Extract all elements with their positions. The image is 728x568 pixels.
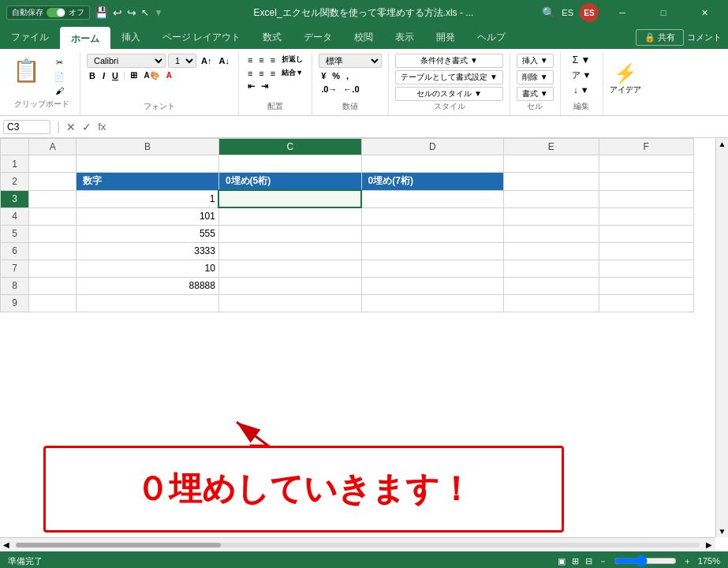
cell-b1[interactable] (77, 155, 219, 173)
autosave-badge[interactable]: 自動保存 オフ (6, 6, 90, 20)
cell-style-button[interactable]: セルのスタイル ▼ (395, 87, 503, 101)
cell-d3[interactable] (361, 190, 504, 207)
cell-b9[interactable] (77, 294, 219, 312)
scroll-left-button[interactable]: ◀ (0, 540, 13, 549)
cell-d6[interactable] (361, 242, 504, 260)
cell-a2[interactable] (29, 173, 77, 191)
cursor-icon[interactable]: ↖ (141, 7, 149, 18)
font-size-select[interactable]: 11 (168, 54, 196, 68)
align-bottom-left[interactable]: ≡ (245, 67, 255, 79)
indent-increase[interactable]: ⇥ (259, 80, 271, 92)
row-header-9[interactable]: 9 (1, 294, 29, 312)
cell-f8[interactable] (599, 277, 693, 294)
search-icon[interactable]: 🔍 (542, 6, 555, 19)
cell-b3[interactable]: 1 (77, 190, 219, 207)
copy-button[interactable]: 📄 (45, 70, 73, 84)
cell-e3[interactable] (504, 190, 599, 207)
horizontal-scrollbar[interactable]: ◀ ▶ (0, 537, 715, 551)
cell-d7[interactable] (361, 260, 504, 277)
row-header-1[interactable]: 1 (1, 155, 29, 173)
row-header-3[interactable]: 3 (1, 190, 29, 207)
user-avatar[interactable]: ES (580, 3, 599, 22)
indent-decrease[interactable]: ⇤ (245, 80, 257, 92)
tab-formulas[interactable]: 数式 (252, 25, 293, 49)
cell-e7[interactable] (504, 260, 599, 277)
decimal-add[interactable]: .0→ (319, 84, 339, 95)
cell-e9[interactable] (504, 294, 599, 312)
row-header-4[interactable]: 4 (1, 207, 29, 225)
cell-c6[interactable] (218, 242, 361, 260)
underline-button[interactable]: U (110, 70, 121, 81)
tab-page-layout[interactable]: ページ レイアウト (151, 25, 252, 49)
formula-input[interactable] (114, 121, 725, 133)
font-name-select[interactable]: Calibri (87, 54, 166, 68)
cell-f4[interactable] (599, 207, 693, 225)
share-button[interactable]: 🔒 共有 (636, 29, 684, 46)
wrap-text-button[interactable]: 折返し (279, 54, 305, 65)
paste-button[interactable]: 📋 (9, 56, 43, 85)
cell-b8[interactable]: 88888 (77, 277, 219, 294)
zoom-slider[interactable] (614, 555, 677, 567)
font-color-button[interactable]: A (164, 70, 174, 80)
cell-f1[interactable] (599, 155, 693, 173)
row-header-2[interactable]: 2 (1, 173, 29, 191)
cell-a8[interactable] (29, 277, 77, 294)
col-header-e[interactable]: E (504, 139, 599, 155)
table-format-button[interactable]: テーブルとして書式設定 ▼ (395, 70, 503, 84)
cell-c8[interactable] (218, 277, 361, 294)
cell-c1[interactable] (218, 155, 361, 173)
cell-c9[interactable] (218, 294, 361, 312)
insert-button[interactable]: 挿入 ▼ (517, 54, 554, 68)
decrease-font-button[interactable]: A↓ (216, 55, 231, 66)
number-format-select[interactable]: 標準 (319, 54, 382, 68)
cell-f5[interactable] (599, 225, 693, 242)
sum-button[interactable]: Σ ▼ (567, 54, 596, 66)
delete-button[interactable]: 削除 ▼ (517, 70, 554, 84)
zoom-level[interactable]: 175% (698, 556, 720, 566)
cell-b6[interactable]: 3333 (77, 242, 219, 260)
comment-btn[interactable]: コメント (687, 32, 722, 43)
tab-file[interactable]: ファイル (0, 25, 60, 49)
cell-e6[interactable] (504, 242, 599, 260)
percent-button[interactable]: % (330, 70, 342, 81)
tab-insert[interactable]: 挿入 (110, 25, 151, 49)
tab-data[interactable]: データ (293, 25, 343, 49)
align-top-right[interactable]: ≡ (268, 54, 278, 65)
cell-c5[interactable] (218, 225, 361, 242)
autosave-toggle[interactable] (47, 8, 65, 17)
scroll-up-button[interactable]: ▲ (719, 140, 726, 148)
col-header-d[interactable]: D (361, 139, 504, 155)
cut-button[interactable]: ✂ (45, 56, 73, 69)
zoom-out-button[interactable]: － (599, 555, 607, 567)
cell-c3[interactable] (218, 190, 361, 207)
cell-b7[interactable]: 10 (77, 260, 219, 277)
conditional-format-button[interactable]: 条件付き書式 ▼ (395, 54, 503, 68)
align-bottom-center[interactable]: ≡ (256, 67, 266, 79)
cell-b4[interactable]: 101 (77, 207, 219, 225)
scroll-thumb[interactable] (16, 543, 221, 547)
decimal-remove[interactable]: ←.0 (341, 84, 361, 95)
cell-a9[interactable] (29, 294, 77, 312)
scroll-right-button[interactable]: ▶ (703, 540, 715, 549)
cell-b5[interactable]: 555 (77, 225, 219, 242)
cell-a3[interactable] (29, 190, 77, 207)
undo-icon[interactable]: ↩ (113, 6, 122, 19)
restore-button[interactable]: □ (646, 0, 681, 25)
scroll-down-button[interactable]: ▼ (719, 527, 726, 536)
cell-d9[interactable] (361, 294, 504, 312)
close-button[interactable]: ✕ (687, 0, 722, 25)
align-top-center[interactable]: ≡ (256, 54, 266, 65)
cell-f7[interactable] (599, 260, 693, 277)
cell-d5[interactable] (361, 225, 504, 242)
comma-button[interactable]: , (344, 70, 351, 81)
cell-e1[interactable] (504, 155, 599, 173)
cell-c4[interactable] (218, 207, 361, 225)
italic-button[interactable]: I (100, 70, 107, 81)
align-bottom-right[interactable]: ≡ (268, 67, 278, 79)
cell-b2[interactable]: 数字 (77, 173, 219, 191)
view-break-icon[interactable]: ⊟ (585, 556, 592, 566)
cell-a6[interactable] (29, 242, 77, 260)
cell-e4[interactable] (504, 207, 599, 225)
cell-e8[interactable] (504, 277, 599, 294)
merge-button[interactable]: 結合▼ (279, 67, 305, 79)
